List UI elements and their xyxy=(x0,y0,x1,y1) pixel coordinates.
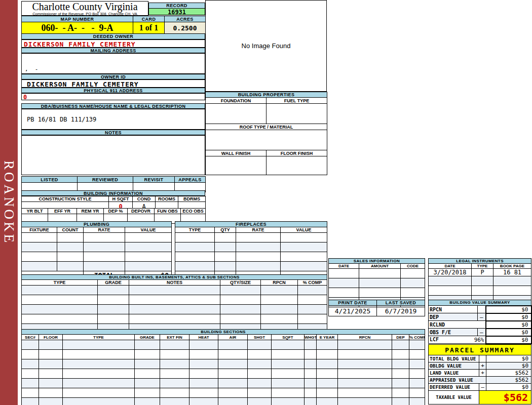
empty-row xyxy=(429,286,531,296)
empty-row xyxy=(22,340,425,350)
bvs-op xyxy=(478,306,486,313)
bs-air-col: AIR xyxy=(218,335,248,340)
bvs-row-dep: DEP – $0 xyxy=(429,313,531,321)
bs-eyear-col: E YEAR xyxy=(317,335,338,340)
empty-row xyxy=(22,350,425,359)
bvs-value: $0 xyxy=(486,306,531,313)
card-value[interactable]: 1 of 1 xyxy=(133,22,165,34)
empty-row xyxy=(22,286,327,295)
bvs-label: RPCN xyxy=(429,306,478,313)
ps-value: $0 xyxy=(486,355,531,362)
fuel-type-value[interactable] xyxy=(267,104,327,124)
built-ins-title: BUILDING BUILT INS, BASEMENTS, ATTICS & … xyxy=(22,275,327,280)
ps-value: $562 xyxy=(486,377,531,384)
fuel-type-label: FUEL TYPE xyxy=(267,98,327,104)
bs-rpcn-col: RPCN xyxy=(338,335,392,340)
plumbing-title: PLUMBING xyxy=(22,222,172,227)
building-value-summary: BUILDING VALUE SUMMARY RPCN $0 DEP – $0 … xyxy=(428,300,531,344)
acres-value[interactable]: 0.2500 xyxy=(165,22,206,34)
roof-value[interactable] xyxy=(206,130,327,150)
vendor-logo-text: ROANOKE xyxy=(1,160,17,245)
ps-row-appraised: APPRAISED VALUE $562 xyxy=(429,377,531,384)
bi-qtysize-col: QTY/SIZE xyxy=(220,280,261,286)
empty-row xyxy=(175,252,327,262)
notes-box[interactable] xyxy=(21,135,205,175)
empty-row xyxy=(22,369,425,379)
ps-label: DEFERRED VALUE xyxy=(429,384,479,391)
map-number-value[interactable]: 060- - A- - - 9-A xyxy=(22,22,133,34)
legal-title: LEGAL INSTRUMENTS xyxy=(429,259,531,264)
sale-code-col: CODE xyxy=(401,264,425,269)
physical-address-label: PHYSICAL 911 ADDRESS xyxy=(21,88,205,93)
li-type-col: TYPE xyxy=(472,264,493,269)
taxable-label: TAXABLE VALUE xyxy=(429,391,479,404)
empty-row xyxy=(22,252,172,262)
mailing-address-box[interactable]: , - xyxy=(21,53,205,74)
cond-label: COND xyxy=(133,196,156,202)
empty-row xyxy=(175,242,327,252)
foundation-value[interactable] xyxy=(206,104,267,124)
bvs-lcf-pct: 96% xyxy=(474,337,484,343)
record-value[interactable]: 16931 xyxy=(148,8,205,15)
remyr-label: REM YR xyxy=(77,209,104,214)
bi-notes-col: NOTES xyxy=(129,280,220,286)
last-saved-label: LAST SAVED xyxy=(377,300,425,306)
property-record-card: ROANOKE Charlotte County Virginia Commis… xyxy=(0,0,532,405)
empty-row xyxy=(22,233,172,242)
ps-label: TOTAL BLDG VALUE xyxy=(429,355,479,362)
dba-legal-box[interactable]: PB 16/81 DB 111/139 xyxy=(21,109,205,130)
empty-row xyxy=(22,262,172,271)
floor-finish-value[interactable] xyxy=(267,156,327,175)
record-panel: RECORD 16931 xyxy=(148,3,205,15)
appeals-label: APPEALS xyxy=(175,177,206,183)
fireplaces-title: FIREPLACES xyxy=(175,222,327,227)
bi-grade-col: GRADE xyxy=(98,280,129,286)
empty-row xyxy=(22,314,327,324)
ps-op xyxy=(479,355,486,362)
fixture-col: FIXTURE xyxy=(22,227,57,233)
roof-label: ROOF TYPE / MATERIAL xyxy=(206,124,327,130)
revisit-label: REVISIT xyxy=(133,177,175,183)
owner-id-value[interactable]: DICKERSON FAMILY CEMETERY xyxy=(21,79,205,88)
empty-row xyxy=(22,305,327,314)
li-date-col: DATE xyxy=(429,264,472,269)
fp-value-col: VALUE xyxy=(281,227,327,233)
owner-id-label: OWNER ID xyxy=(21,74,205,79)
physical-address-value[interactable]: 0 xyxy=(21,93,205,100)
fp-qty-col: QTY xyxy=(215,227,236,233)
plumbing-table: PLUMBING FIXTURE COUNT RATE VALUE TOTAL … xyxy=(21,221,171,279)
legal-instruments-table: LEGAL INSTRUMENTS DATE TYPE BOOK PAGE 3/… xyxy=(428,258,531,305)
empty-row xyxy=(22,242,172,252)
ps-taxable-row: TAXABLE VALUE $562 xyxy=(429,391,531,404)
notes-label: NOTES xyxy=(21,130,205,135)
acres-label: ACRES xyxy=(165,16,206,22)
ps-label: LAND VALUE xyxy=(429,370,479,377)
ps-row-obldg: OBLDG VALUE + $0 xyxy=(429,362,531,370)
bvs-row-lcf: LCF 96% $0 xyxy=(429,336,531,344)
dates-panel: PRINT DATE LAST SAVED 4/21/2025 6/7/2019 xyxy=(328,300,425,316)
sale-date-col: DATE xyxy=(329,264,359,269)
deeded-owner-value[interactable]: DICKERSON FAMILY CEMETERY xyxy=(21,39,205,48)
empty-row xyxy=(22,398,425,405)
bvs-value: $0 xyxy=(486,321,531,329)
bvs-label: DEP xyxy=(429,313,478,321)
bvs-title: BUILDING VALUE SUMMARY xyxy=(429,300,531,306)
empty-row xyxy=(329,278,425,288)
vendor-sidebar: ROANOKE xyxy=(0,0,18,405)
reviewed-label: REVIEWED xyxy=(78,177,133,183)
ps-value: $0 xyxy=(486,384,531,391)
ps-label: OBLDG VALUE xyxy=(429,362,479,370)
no-image-placeholder: No Image Found xyxy=(242,42,291,50)
wall-finish-value[interactable] xyxy=(206,156,267,175)
li-type: P xyxy=(472,269,493,276)
ps-op: – xyxy=(479,384,486,391)
bs-whgt-col: WHGT xyxy=(305,335,317,340)
bvs-label: RCLND xyxy=(429,321,486,329)
bs-grade-col: GRADE xyxy=(135,335,160,340)
parcel-summary: PARCEL SUMMARY TOTAL BLDG VALUE $0 OBLDG… xyxy=(428,344,531,404)
empty-row xyxy=(175,233,327,242)
bi-comp-col: % COMP xyxy=(298,280,327,286)
bs-dep-col: DEP xyxy=(392,335,409,340)
dba-legal-label: DBA/BUISNESS NAME/HOUSE NAME & LEGAL DES… xyxy=(21,103,205,109)
bi-type-col: TYPE xyxy=(22,280,98,286)
